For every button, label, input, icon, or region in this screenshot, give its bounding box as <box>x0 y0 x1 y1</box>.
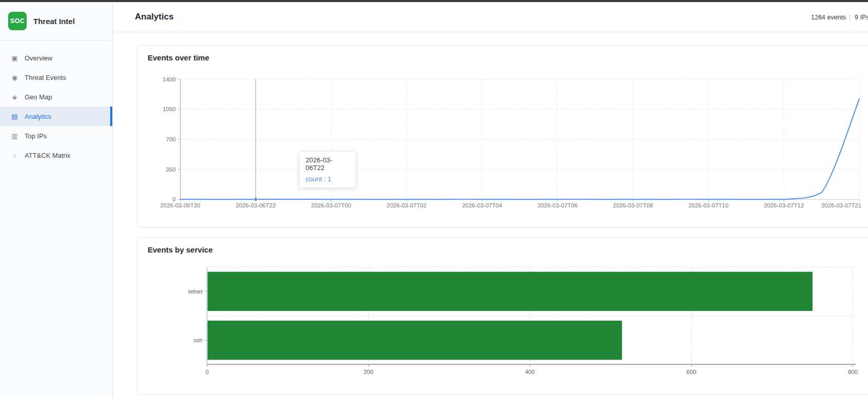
sidebar-item-threat-events[interactable]: ◉ Threat Events <box>0 68 112 87</box>
page-header: Analytics 1264 events 9 IPs <box>113 2 868 32</box>
sidebar-item-overview[interactable]: ▣ Overview <box>0 48 112 68</box>
top-ips-icon: ▥ <box>10 132 19 140</box>
sidebar-item-attck-matrix[interactable]: ○ ATT&CK Matrix <box>0 145 112 165</box>
attck-matrix-icon: ○ <box>10 152 19 159</box>
svg-text:2026-03-07T10: 2026-03-07T10 <box>689 202 729 208</box>
overview-icon: ▣ <box>10 54 19 62</box>
svg-text:2026-03-07T21: 2026-03-07T21 <box>821 202 861 208</box>
svg-text:200: 200 <box>364 369 373 375</box>
sidebar-item-label: ATT&CK Matrix <box>25 152 70 159</box>
svg-text:400: 400 <box>525 369 535 375</box>
geo-map-icon: ◈ <box>10 93 19 101</box>
window-top-strip <box>0 0 868 2</box>
svg-text:600: 600 <box>687 369 696 375</box>
svg-text:telnet: telnet <box>188 288 203 295</box>
stat-divider <box>850 14 850 22</box>
threat-events-icon: ◉ <box>10 74 19 81</box>
svg-text:2026-03-07T08: 2026-03-07T08 <box>613 202 653 208</box>
analytics-icon: ▤ <box>10 113 19 120</box>
brand: SOC Threat Intel <box>0 2 112 40</box>
chart-tooltip: 2026-03-06T22 count : 1 <box>299 151 356 188</box>
svg-text:1050: 1050 <box>163 106 175 112</box>
sidebar-item-label: Threat Events <box>25 74 66 81</box>
page-title: Analytics <box>135 12 174 22</box>
sidebar-item-label: Top IPs <box>25 132 47 140</box>
svg-text:2026-03-07T00: 2026-03-07T00 <box>311 202 351 208</box>
svg-text:700: 700 <box>166 136 176 142</box>
svg-text:ssh: ssh <box>193 337 203 343</box>
tooltip-value: count : 1 <box>306 175 350 183</box>
svg-text:2026-03-07T12: 2026-03-07T12 <box>764 202 804 208</box>
tooltip-title: 2026-03-06T22 <box>306 156 350 172</box>
sidebar-item-top-ips[interactable]: ▥ Top IPs <box>0 126 112 145</box>
sidebar-item-label: Analytics <box>25 113 51 120</box>
sidebar-item-geo-map[interactable]: ◈ Geo Map <box>0 87 112 107</box>
sidebar-item-label: Geo Map <box>25 93 52 101</box>
svg-text:2026-03-06T20: 2026-03-06T20 <box>160 202 200 208</box>
sidebar-item-label: Overview <box>25 54 52 62</box>
sidebar: SOC Threat Intel ▣ Overview ◉ Threat Eve… <box>0 2 113 398</box>
events-over-time-chart[interactable]: 0350700105014002026-03-06T202026-03-06T2… <box>137 46 868 227</box>
events-by-service-chart[interactable]: telnetssh0200400600800 <box>137 238 868 394</box>
soc-logo: SOC <box>8 12 27 30</box>
ip-count-stat: 9 IPs <box>855 14 868 21</box>
svg-text:2026-03-07T04: 2026-03-07T04 <box>462 202 502 208</box>
events-count-stat: 1264 events <box>811 14 846 21</box>
svg-text:0: 0 <box>172 196 175 202</box>
events-over-time-card: Events over time 0350700105014002026-03-… <box>137 45 868 228</box>
svg-text:0: 0 <box>206 369 209 375</box>
svg-text:2026-03-06T22: 2026-03-06T22 <box>236 202 276 208</box>
svg-text:2026-03-07T02: 2026-03-07T02 <box>387 202 427 208</box>
svg-text:350: 350 <box>166 166 176 173</box>
svg-text:800: 800 <box>848 369 858 375</box>
events-by-service-card: Events by service telnetssh0200400600800 <box>137 237 868 394</box>
svg-text:1400: 1400 <box>163 76 175 82</box>
svg-text:2026-03-07T06: 2026-03-07T06 <box>537 202 577 208</box>
sidebar-item-analytics[interactable]: ▤ Analytics <box>0 107 112 126</box>
sidebar-nav: ▣ Overview ◉ Threat Events ◈ Geo Map ▤ A… <box>0 48 112 165</box>
brand-title: Threat Intel <box>33 17 75 26</box>
